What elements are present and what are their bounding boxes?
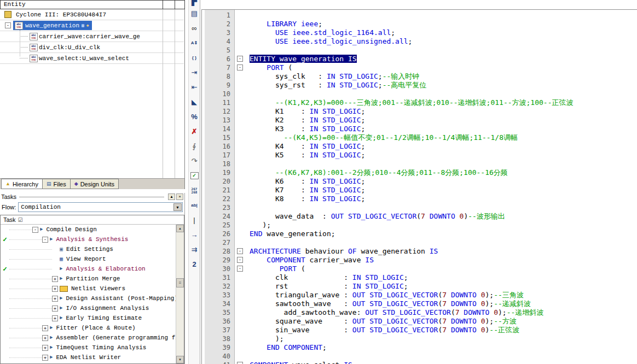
scrollbar-thumb[interactable]: ≡: [176, 278, 184, 287]
fold-toggle-icon[interactable]: -: [237, 56, 243, 62]
code-line[interactable]: K8 : IN STD_LOGIC;: [250, 195, 637, 203]
tasks-collapse-button[interactable]: ▴: [168, 193, 175, 200]
code-line[interactable]: square_wave : OUT STD_LOGIC_VECTOR(7 DOW…: [250, 317, 637, 326]
tree-expander-icon[interactable]: -: [5, 22, 11, 28]
code-line[interactable]: triangular_wave : OUT STD_LOGIC_VECTOR(7…: [250, 291, 637, 300]
task-row[interactable]: +►TimeQuest Timing Analysis: [1, 343, 176, 353]
tree-expander-icon[interactable]: -: [42, 237, 48, 243]
code-line[interactable]: );: [250, 334, 637, 343]
tab-design-units[interactable]: ◆Design Units: [70, 179, 119, 189]
code-line[interactable]: K4 : IN STD_LOGIC;: [250, 142, 637, 151]
align-icon[interactable]: ⇉: [189, 242, 200, 257]
task-row[interactable]: ▦View Report: [1, 254, 176, 264]
code-line[interactable]: [250, 160, 637, 168]
code-line[interactable]: [250, 238, 637, 247]
print-icon[interactable]: ▤: [189, 6, 200, 21]
spell-check-icon[interactable]: ✓: [189, 168, 200, 183]
tab-hierarchy[interactable]: ▲Hierarchy: [1, 179, 43, 189]
tree-expander-icon[interactable]: +: [42, 325, 48, 331]
code-line[interactable]: COMPONENT carrier_wave IS: [250, 256, 637, 265]
code-editor[interactable]: 1234567891011121314151617181920212223242…: [201, 9, 637, 364]
code-line[interactable]: ARCHITECTURE behaviour OF wave_generatio…: [250, 247, 637, 256]
fold-toggle-icon[interactable]: -: [237, 64, 243, 71]
code-line[interactable]: sys_rst : IN STD_LOGIC;--高电平复位: [250, 81, 637, 90]
goto-line-icon[interactable]: 2: [189, 257, 200, 272]
tree-expander-icon[interactable]: +: [42, 335, 48, 341]
task-row[interactable]: +Netlist Viewers: [1, 284, 176, 293]
clipped-top-icon[interactable]: ▛: [189, 0, 200, 6]
code-line[interactable]: sin_wave : OUT STD_LOGIC_VECTOR(7 DOWNTO…: [250, 326, 637, 334]
task-row[interactable]: ✓►Analysis & Elaboration: [1, 264, 176, 274]
goto-icon[interactable]: →: [189, 227, 200, 242]
fold-toggle-icon[interactable]: -: [237, 266, 243, 272]
flow-combobox[interactable]: Compilation ▼: [18, 202, 183, 212]
redo-icon[interactable]: ↷: [189, 154, 200, 168]
tree-expander-icon[interactable]: -: [32, 227, 38, 233]
code-line[interactable]: [250, 90, 637, 98]
tree-expander-icon[interactable]: +: [52, 286, 58, 292]
paperclip-icon[interactable]: ∮: [189, 139, 200, 154]
bookmark-icon[interactable]: ◣: [189, 95, 200, 109]
task-row[interactable]: +►Design Assistant (Post-Mapping): [1, 293, 176, 303]
percent-convert-icon[interactable]: %: [189, 109, 200, 124]
task-row[interactable]: +►Assembler (Generate programming fil: [1, 333, 176, 343]
code-line[interactable]: [250, 46, 637, 55]
word-wrap-icon[interactable]: ab|: [189, 198, 200, 213]
code-line[interactable]: END COMPONENT;: [250, 343, 637, 352]
code-line[interactable]: END wave_generation;: [250, 230, 637, 238]
clear-bookmarks-icon[interactable]: ✗: [189, 124, 200, 139]
code-line[interactable]: LIBRARY ieee;: [250, 20, 637, 28]
line-numbers-icon[interactable]: 267 268: [189, 183, 200, 198]
code-line[interactable]: [250, 203, 637, 212]
task-row[interactable]: +►Fitter (Place & Route): [1, 323, 176, 333]
code-line[interactable]: sawtooth_wave : OUT STD_LOGIC_VECTOR(7 D…: [250, 300, 637, 308]
code-line[interactable]: USE ieee.std_logic_1164.all;: [250, 28, 637, 37]
code-area[interactable]: LIBRARY ieee; USE ieee.std_logic_1164.al…: [246, 10, 637, 364]
fold-toggle-icon[interactable]: -: [237, 248, 243, 254]
code-line[interactable]: sys_clk : IN STD_LOGIC;--输入时钟: [250, 72, 637, 81]
task-row[interactable]: +►I/O Assignment Analysis: [1, 303, 176, 313]
hierarchy-row[interactable]: -abcVHDwave_generation▦◈: [0, 20, 184, 31]
insert-template-icon[interactable]: { }: [189, 50, 200, 65]
cursor-icon[interactable]: |: [189, 213, 200, 227]
code-line[interactable]: [250, 352, 637, 361]
outdent-icon[interactable]: ⇤: [189, 80, 200, 95]
scrollbar-down-arrow[interactable]: ▼: [176, 356, 184, 363]
task-row[interactable]: +►EDA Netlist Writer: [1, 353, 176, 362]
code-line[interactable]: K7 : IN STD_LOGIC;: [250, 186, 637, 195]
tree-expander-icon[interactable]: +: [42, 345, 48, 351]
task-row[interactable]: ✓-►Analysis & Synthesis: [1, 234, 176, 244]
tree-expander-icon[interactable]: +: [52, 296, 58, 302]
code-line[interactable]: rst : IN STD_LOGIC;: [250, 282, 637, 291]
line-number-gutter[interactable]: 1234567891011121314151617181920212223242…: [205, 10, 235, 364]
code-line[interactable]: add_sawtooth_wave: OUT STD_LOGIC_VECTOR(…: [250, 308, 637, 317]
fold-toggle-icon[interactable]: -: [237, 362, 243, 364]
tasks-scrollbar[interactable]: ▲ ≡ ▼: [176, 225, 184, 363]
task-row[interactable]: +►Early Timing Estimate: [1, 313, 176, 323]
code-line[interactable]: K6 : IN STD_LOGIC;: [250, 177, 637, 186]
code-line[interactable]: PORT (: [250, 63, 637, 72]
code-line[interactable]: PORT (: [250, 265, 637, 273]
tree-expander-icon[interactable]: +: [52, 276, 58, 282]
code-line[interactable]: [250, 11, 637, 20]
task-row[interactable]: ▣Edit Settings: [1, 244, 176, 254]
scrollbar-up-arrow[interactable]: ▲: [176, 225, 184, 232]
tree-expander-icon[interactable]: +: [52, 306, 58, 312]
code-line[interactable]: --(K6,K7,K8):001--2分频;010--4分频;011--8分频;…: [250, 168, 637, 177]
find-icon[interactable]: ∞: [189, 21, 200, 36]
indent-icon[interactable]: ⇥: [189, 65, 200, 80]
code-line[interactable]: K2 : IN STD_LOGIC;: [250, 116, 637, 125]
code-line[interactable]: wave_data : OUT STD_LOGIC_VECTOR(7 DOWNT…: [250, 212, 637, 221]
code-line[interactable]: K5 : IN STD_LOGIC;: [250, 151, 637, 160]
hierarchy-row[interactable]: abcVHDwave_select:U_wave_select: [0, 53, 184, 64]
task-row[interactable]: +►Partition Merge: [1, 274, 176, 284]
tree-expander-icon[interactable]: +: [42, 355, 48, 361]
code-line[interactable]: );: [250, 221, 637, 230]
flow-dropdown-arrow-icon[interactable]: ▼: [173, 203, 182, 211]
code-line[interactable]: USE ieee.std_logic_unsigned.all;: [250, 37, 637, 46]
hierarchy-selected-item[interactable]: abcVHDwave_generation▦◈: [13, 21, 92, 30]
code-line[interactable]: K1 : IN STD_LOGIC;: [250, 107, 637, 116]
code-fold-margin[interactable]: ------: [235, 10, 246, 364]
hierarchy-row[interactable]: Cyclone III: EP3C80U484I7: [0, 9, 184, 20]
fold-toggle-icon[interactable]: -: [237, 257, 243, 263]
